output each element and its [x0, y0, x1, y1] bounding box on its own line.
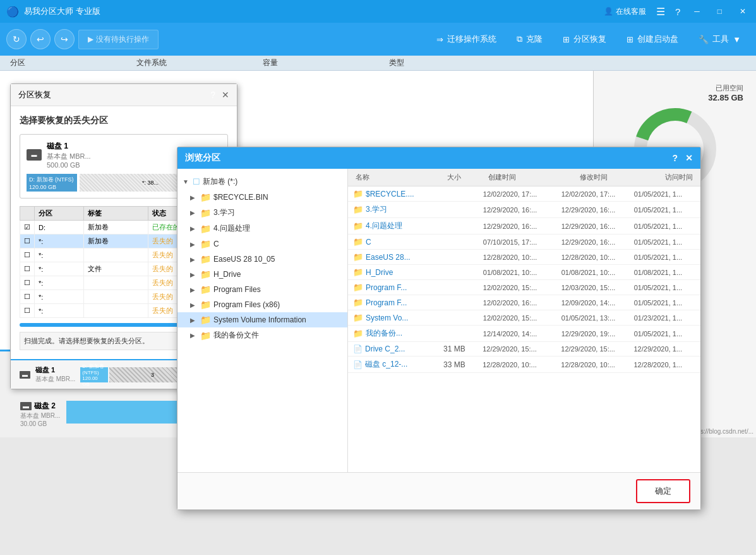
col-filesystem: 文件系统	[131, 58, 258, 68]
col-type: 类型	[384, 58, 751, 68]
tree-item[interactable]: ▶ 📁 4.问题处理	[177, 221, 347, 236]
folder-icon: 📁	[200, 315, 211, 325]
th-check	[20, 207, 35, 221]
file-accessed: 01/08/2021, 1...	[634, 269, 695, 276]
disk-meta: 基本盘 MBR...	[47, 152, 91, 161]
disk2-id: ▬ 磁盘 2	[20, 401, 60, 412]
tree-root-label: 新加卷 (*:)	[203, 176, 237, 187]
file-name: 4.问题处理	[366, 221, 444, 231]
file-modified: 12/29/2020, 15:...	[561, 345, 633, 353]
browse-close-icon[interactable]: ✕	[685, 153, 693, 163]
row-check[interactable]: ☐	[20, 248, 35, 262]
clone-icon: ⧉	[517, 34, 522, 44]
disk2-icon: ▬	[20, 402, 32, 410]
row-check[interactable]: ☐	[20, 262, 35, 276]
file-accessed: 12/28/2020, 1...	[634, 361, 696, 369]
browse-body: ▼ ☐ 新加卷 (*:) ▶ 📁 $RECYCLE.BIN ▶ 📁 3.学习	[177, 169, 700, 472]
toolbar-left: ↻ ↩ ↪ ▶ 没有待执行操作	[6, 29, 159, 49]
toolbar-right: ⇒ 迁移操作系统 ⧉ 克隆 ⊞ 分区恢复 ⊞ 创建启动盘 🔧 工具 ▼	[428, 30, 750, 49]
file-row[interactable]: 📁 我的备份... 12/14/2020, 14:... 12/29/2020,…	[348, 326, 700, 342]
close-button[interactable]: ✕	[736, 6, 750, 17]
tree-item-selected[interactable]: ▶ 📁 System Volume Information	[177, 312, 347, 327]
browse-partition-dialog: 浏览分区 ? ✕ ▼ ☐ 新加卷 (*:) ▶ �	[177, 147, 701, 510]
row-check[interactable]: ☐	[20, 235, 35, 248]
folder-icon: 📁	[200, 208, 211, 218]
titlebar-controls: 👤 在线客服 ☰ ? ─ □ ✕	[604, 6, 750, 18]
file-row[interactable]: 📄 磁盘 c_12-... 33 MB 12/28/2020, 10:... 1…	[348, 357, 700, 373]
file-accessed: 01/05/2021, 1...	[634, 223, 695, 230]
create-boot-button[interactable]: ⊞ 创建启动盘	[618, 30, 687, 49]
migrate-os-button[interactable]: ⇒ 迁移操作系统	[428, 30, 505, 49]
file-row[interactable]: 📄 Drive C_2... 31 MB 12/29/2020, 15:... …	[348, 342, 700, 357]
dialog-title-text: 分区恢复	[18, 89, 51, 101]
file-name: System Vo...	[366, 314, 444, 322]
tree-item[interactable]: ▶ 📁 3.学习	[177, 205, 347, 221]
tree-item[interactable]: ▶ 📁 Program Files (x86)	[177, 297, 347, 312]
file-name: EaseUS 28...	[366, 253, 444, 262]
main-toolbar: ↻ ↩ ↪ ▶ 没有待执行操作 ⇒ 迁移操作系统 ⧉ 克隆 ⊞ 分区恢复 ⊞ 创…	[0, 23, 756, 56]
row-check[interactable]: ☐	[20, 290, 35, 304]
tree-item-label: 我的备份文件	[213, 330, 259, 341]
minimize-button[interactable]: ─	[690, 6, 704, 17]
recovery-icon: ⊞	[563, 35, 570, 44]
file-row[interactable]: 📁 H_Drive 01/08/2021, 10:... 01/08/2021,…	[348, 265, 700, 280]
dialog-close-icon[interactable]: ✕	[222, 90, 229, 100]
tree-item[interactable]: ▶ 📁 Program Files	[177, 282, 347, 297]
partition-recovery-button[interactable]: ⊞ 分区恢复	[554, 30, 615, 49]
column-headers: 分区 文件系统 容量 类型	[0, 56, 756, 71]
tools-button[interactable]: 🔧 工具 ▼	[690, 30, 750, 49]
file-row[interactable]: 📁 EaseUS 28... 12/28/2020, 10:... 12/28/…	[348, 250, 700, 265]
redo-button[interactable]: ↪	[54, 29, 75, 49]
chevron-right-icon: ▶	[190, 317, 198, 324]
tree-root[interactable]: ▼ ☐ 新加卷 (*:)	[177, 174, 347, 190]
row-label: 新加卷	[83, 221, 148, 235]
file-modified: 12/28/2020, 10:...	[561, 361, 633, 369]
file-name: H_Drive	[366, 268, 444, 277]
folder-icon: 📁	[353, 298, 363, 307]
chevron-right-icon: ▶	[190, 271, 198, 278]
refresh-button[interactable]: ↻	[6, 29, 27, 49]
file-created: 12/02/2020, 15:...	[483, 314, 561, 322]
file-row[interactable]: 📁 Program F... 12/02/2020, 16:... 12/09/…	[348, 295, 700, 310]
row-check[interactable]: ☑	[20, 221, 35, 235]
tree-item-label: Program Files (x86)	[213, 300, 280, 309]
chevron-right-icon: ▶	[190, 332, 198, 339]
col-created: 创建时间	[486, 171, 577, 183]
file-row[interactable]: 📁 Program F... 12/02/2020, 15:... 12/03/…	[348, 280, 700, 295]
file-row[interactable]: 📁 System Vo... 12/02/2020, 15:... 01/05/…	[348, 310, 700, 326]
file-created: 12/02/2020, 16:...	[483, 299, 561, 307]
maximize-button[interactable]: □	[714, 6, 726, 17]
file-row[interactable]: 📁 C 07/10/2015, 17:... 12/29/2020, 16:..…	[348, 235, 700, 250]
row-check[interactable]: ☐	[20, 276, 35, 290]
chevron-right-icon: ▶	[190, 256, 198, 263]
browse-files-pane: 名称 大小 创建时间 修改时间 访问时间 📁 $RECYCLE.... 12/0…	[348, 169, 700, 472]
menu-icon[interactable]: ☰	[656, 6, 665, 18]
tree-item[interactable]: ▶ 📁 EaseUS 28 10_05	[177, 252, 347, 267]
browse-help-icon[interactable]: ?	[672, 153, 678, 163]
tree-item[interactable]: ▶ 📁 C	[177, 236, 347, 252]
file-row[interactable]: 📁 $RECYCLE.... 12/02/2020, 17:... 12/02/…	[348, 186, 700, 202]
file-row[interactable]: 📁 3.学习 12/29/2020, 16:... 12/29/2020, 16…	[348, 202, 700, 218]
row-check[interactable]: ☐	[20, 304, 35, 318]
file-row[interactable]: 📁 4.问题处理 12/29/2020, 16:... 12/29/2020, …	[348, 218, 700, 235]
tree-item[interactable]: ▶ 📁 $RECYCLE.BIN	[177, 190, 347, 205]
undo-button[interactable]: ↩	[30, 29, 51, 49]
folder-icon: 📁	[200, 284, 211, 295]
file-accessed: 01/05/2021, 1...	[634, 190, 695, 198]
clone-button[interactable]: ⧉ 克隆	[508, 30, 551, 49]
th-label: 标签	[83, 207, 148, 221]
online-service[interactable]: 👤 在线客服	[604, 6, 646, 17]
tree-item[interactable]: ▶ 📁 H_Drive	[177, 267, 347, 282]
file-size: 33 MB	[443, 360, 483, 369]
tree-item[interactable]: ▶ 📁 我的备份文件	[177, 327, 347, 343]
confirm-button[interactable]: 确定	[636, 479, 690, 503]
file-accessed: 01/05/2021, 1...	[634, 330, 695, 338]
help-icon[interactable]: ?	[675, 6, 680, 17]
dialog-help-icon[interactable]: ?	[210, 90, 215, 100]
file-name: $RECYCLE....	[366, 190, 444, 198]
file-modified: 12/28/2020, 10:...	[561, 253, 634, 261]
file-size: 31 MB	[443, 345, 483, 353]
used-space-label: 已用空间 32.85 GB	[606, 83, 743, 102]
row-label: 文件	[83, 262, 148, 276]
tree-item-label: Program Files	[213, 285, 261, 294]
